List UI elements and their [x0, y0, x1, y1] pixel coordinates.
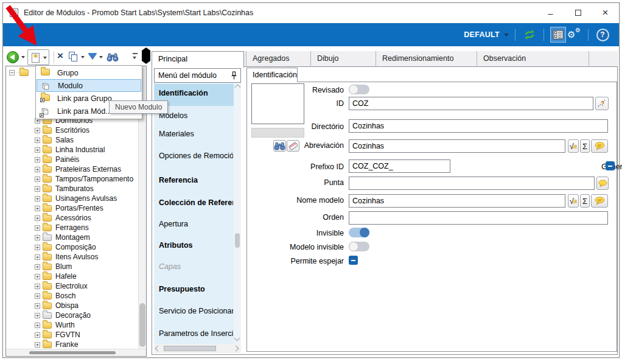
module-menu-item-atributos[interactable]: Atributos	[159, 241, 193, 250]
new-item-button[interactable]: ✶	[27, 49, 49, 65]
module-menu-item-materiales[interactable]: Materiales	[159, 130, 194, 138]
expand-icon[interactable]: +	[35, 323, 40, 328]
generar-numero-checkbox[interactable]	[606, 161, 615, 170]
module-menu-item-identificacion[interactable]: Identificación	[159, 89, 208, 97]
abreviacion-formula-button[interactable]: √a	[568, 139, 579, 153]
module-menu-item-parametros-insercion[interactable]: Parametros de Inserción	[159, 329, 233, 338]
abreviacion-comment-button[interactable]	[591, 139, 608, 153]
tree-item[interactable]: +Bosch	[35, 291, 133, 301]
back-button[interactable]	[7, 51, 19, 63]
expand-icon[interactable]: +	[35, 284, 40, 289]
collapse-icon[interactable]: −	[9, 70, 15, 75]
tab-agregados[interactable]: Agregados	[246, 51, 311, 67]
id-wizard-button[interactable]: ?	[595, 97, 609, 110]
expand-icon[interactable]: +	[35, 215, 40, 221]
expand-icon[interactable]: +	[35, 206, 40, 211]
expand-icon[interactable]: +	[35, 293, 40, 299]
expand-icon[interactable]: +	[35, 167, 40, 172]
revisado-toggle[interactable]	[349, 85, 369, 94]
chevron-left-icon[interactable]	[155, 346, 161, 352]
expand-icon[interactable]: +	[35, 274, 40, 279]
expand-icon[interactable]: +	[35, 313, 40, 318]
tree-item[interactable]: +Montagem	[35, 233, 133, 242]
chevron-down-icon[interactable]	[504, 33, 509, 37]
tree-item[interactable]: +Tamburatos	[35, 184, 133, 194]
nome-modelo-comment-button[interactable]	[591, 194, 608, 208]
expand-icon[interactable]: +	[35, 225, 40, 231]
directorio-input[interactable]	[349, 119, 608, 133]
settings-button[interactable]: ⚙⚙	[566, 27, 582, 43]
expand-icon[interactable]: +	[35, 254, 40, 260]
expand-icon[interactable]: +	[35, 332, 40, 338]
nome-modelo-formula-button[interactable]: √a	[568, 194, 579, 208]
module-menu-item-opciones-remocion[interactable]: Opciones de Remoción	[159, 152, 233, 160]
refresh-button[interactable]	[522, 27, 537, 43]
orden-input[interactable]	[349, 211, 608, 225]
module-list-button[interactable]	[550, 27, 566, 43]
tab-dibujo[interactable]: Dibujo	[311, 51, 376, 67]
delete-button[interactable]: ×	[57, 50, 63, 62]
new-dropdown-icon[interactable]	[43, 57, 47, 59]
abreviacion-sum-button[interactable]: Σ	[580, 139, 590, 153]
close-button[interactable]: ×	[592, 3, 619, 23]
tab-principal[interactable]: Principal	[152, 51, 244, 68]
search-binoculars-button[interactable]	[107, 53, 119, 61]
menu-item-modulo[interactable]: Modulo	[37, 79, 141, 92]
tree-item[interactable]: +Obispa	[35, 301, 133, 310]
move-down-button[interactable]	[88, 53, 97, 59]
expand-icon[interactable]: +	[35, 138, 40, 143]
tree-item[interactable]: +Ferragens	[35, 223, 133, 233]
expand-icon[interactable]: +	[35, 342, 40, 348]
nome-modelo-sum-button[interactable]: Σ	[580, 194, 590, 208]
tree-item[interactable]: +Portas/Frentes	[35, 203, 133, 213]
module-menu-item-servicio-posicionamiento[interactable]: Servicio de Posicionamie	[159, 307, 233, 315]
profile-dropdown[interactable]: DEFAULT	[464, 30, 500, 39]
menu-item-grupo[interactable]: Grupo	[37, 66, 141, 79]
tree-item[interactable]: +Itens Avulsos	[35, 252, 133, 262]
module-menu-item-presupuesto[interactable]: Presupuesto	[159, 285, 205, 293]
move-dropdown-icon[interactable]	[99, 56, 103, 58]
expand-icon[interactable]: +	[35, 177, 40, 182]
module-menu-item-apertura[interactable]: Apertura	[159, 220, 188, 228]
invisible-toggle[interactable]	[349, 228, 369, 237]
tree-item[interactable]: +Acessórios	[35, 213, 133, 223]
tree-horizontal-scrollbar[interactable]	[6, 349, 147, 356]
tree-item[interactable]: +Decoração	[35, 310, 133, 320]
expand-icon[interactable]: +	[35, 128, 40, 133]
tree-item[interactable]: +Escritórios	[35, 125, 133, 135]
tab-identificacion[interactable]: Identificación	[246, 68, 298, 82]
abreviacion-input[interactable]	[349, 139, 565, 153]
tab-observacion[interactable]: Observación	[477, 51, 589, 67]
expand-icon[interactable]: +	[35, 235, 40, 240]
module-menu-item-coleccion-referencia[interactable]: Colección de Referencia	[159, 198, 233, 207]
scrollbar-thumb[interactable]	[29, 351, 116, 354]
tree-item[interactable]: +Salas	[35, 135, 133, 145]
tree-item[interactable]: +Tampos/Tamponamento	[35, 174, 133, 184]
expand-icon[interactable]: +	[35, 264, 40, 270]
chevron-right-icon[interactable]	[233, 346, 239, 352]
expand-icon[interactable]: +	[35, 303, 40, 309]
tree-item[interactable]: +Hafele	[35, 271, 133, 281]
module-menu-horizontal-scrollbar[interactable]	[154, 344, 241, 353]
copy-dropdown-icon[interactable]	[81, 56, 85, 58]
maximize-button[interactable]	[564, 3, 592, 23]
tree-item[interactable]: +FGVTN	[35, 330, 133, 340]
tree-item[interactable]: +Blum	[35, 262, 133, 271]
scrollbar-thumb[interactable]	[164, 346, 216, 351]
back-dropdown-icon[interactable]	[21, 56, 25, 58]
tab-redimensionamiento[interactable]: Redimensionamiento	[376, 51, 477, 67]
tree-item[interactable]: +Electrolux	[35, 281, 133, 291]
tree-item[interactable]: +Wurth	[35, 320, 133, 330]
expand-icon[interactable]: +	[35, 196, 40, 201]
punta-input[interactable]	[349, 177, 595, 190]
expand-icon[interactable]: +	[35, 157, 40, 163]
tree-item[interactable]: +Franke	[35, 340, 133, 349]
copy-button[interactable]	[69, 52, 79, 62]
chevron-down-icon[interactable]	[234, 335, 240, 341]
expand-icon[interactable]: +	[35, 245, 40, 250]
expand-icon[interactable]: +	[35, 147, 40, 153]
punta-comment-button[interactable]	[596, 177, 609, 190]
chevron-up-icon[interactable]	[234, 85, 240, 91]
scrollbar-thumb[interactable]	[235, 233, 240, 248]
scrollbar-thumb[interactable]	[139, 303, 145, 347]
